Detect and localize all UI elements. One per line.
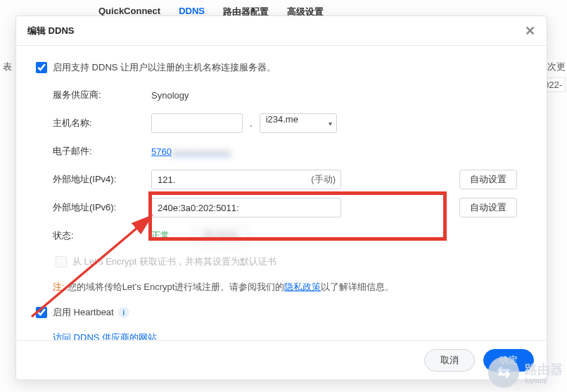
ddns-vendor-link[interactable]: 访问 DDNS 供应商的网站 [53,332,157,340]
enable-ddns-label: 启用支持 DDNS 让用户以注册的主机名称连接服务器。 [53,61,276,74]
email-row: 电子邮件: 5760xxxxxxxxxxxxx [33,141,530,161]
info-icon[interactable]: i [118,307,129,318]
ipv6-row: 外部地址(IPv6): 自动设置 [33,198,530,217]
enable-ddns-checkbox[interactable] [36,62,47,73]
helper-text-a: 您的域将传给Let's Encrypt进行域注册。请参阅我们的 [68,282,285,292]
modal-body: 启用支持 DDNS 让用户以注册的主机名称连接服务器。 服务供应商: Synol… [16,46,547,340]
email-label: 电子邮件: [33,145,151,158]
enable-ddns-row: 启用支持 DDNS 让用户以注册的主机名称连接服务器。 [33,60,530,75]
status-value: 正常 [151,229,170,242]
ipv6-auto-button[interactable]: 自动设置 [459,198,517,217]
hostname-domain-select[interactable]: i234.me ▾ [260,113,337,133]
provider-label: 服务供应商: [33,89,151,101]
status-row: 状态: 正常 测试联机 [33,226,530,246]
vendor-link-row: 访问 DDNS 供应商的网站 [33,330,530,340]
hostname-domain-value: i234.me [266,114,298,125]
ipv4-row: 外部地址(IPv4): (手动) 自动设置 [33,170,530,189]
ddns-edit-modal: 编辑 DDNS ✕ 启用支持 DDNS 让用户以注册的主机名称连接服务器。 服务… [15,15,547,380]
bg-left-snippet: 表 [3,61,12,73]
letsencrypt-checkbox [56,256,67,267]
cancel-button[interactable]: 取消 [424,349,475,372]
modal-header: 编辑 DDNS ✕ [16,16,547,46]
heartbeat-checkbox[interactable] [36,307,47,318]
letsencrypt-label: 从 Let's Encrypt 获取证书，并将其设置为默认证书 [72,255,276,268]
helper-text-b: 以了解详细信息。 [321,282,394,292]
chevron-down-icon: ▾ [329,120,332,127]
close-icon[interactable]: ✕ [525,25,535,37]
letsencrypt-row: 从 Let's Encrypt 获取证书，并将其设置为默认证书 [33,254,530,270]
provider-row: 服务供应商: Synology [33,85,530,105]
provider-value: Synology [151,90,189,101]
status-label: 状态: [33,229,151,242]
heartbeat-label: 启用 Heartbeat [53,306,114,319]
hostname-row: 主机名称: . i234.me ▾ [33,113,530,133]
hostname-dot-separator: . [248,118,254,129]
hostname-label: 主机名称: [33,117,151,129]
ipv4-manual-suffix: (手动) [311,173,336,186]
email-value[interactable]: 5760xxxxxxxxxxxxx [151,146,231,157]
ipv6-input[interactable] [151,198,341,217]
ipv4-label: 外部地址(IPv4): [33,173,151,186]
letsencrypt-helper: 注:您的域将传给Let's Encrypt进行域注册。请参阅我们的隐私政策以了解… [33,279,530,295]
privacy-policy-link[interactable]: 隐私政策 [284,282,321,292]
modal-title: 编辑 DDNS [27,25,74,37]
email-redacted: xxxxxxxxxxxxx [172,146,231,157]
hostname-input[interactable] [151,113,243,133]
ok-button[interactable]: 确定 [483,349,534,372]
ipv6-label: 外部地址(IPv6): [33,201,151,214]
heartbeat-row: 启用 Heartbeat i [33,305,530,320]
ipv4-auto-button[interactable]: 自动设置 [459,170,517,189]
modal-footer: 取消 确定 [16,340,547,379]
helper-note-prefix: 注: [53,282,65,292]
test-connection-button[interactable]: 测试联机 [193,227,248,245]
